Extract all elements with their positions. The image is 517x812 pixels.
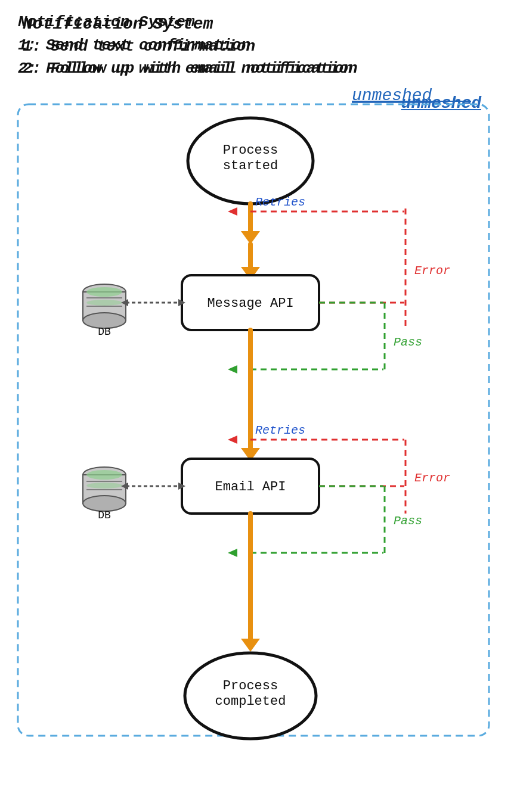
svg-point-13	[86, 287, 122, 297]
svg-point-45	[86, 470, 122, 480]
svg-text:Process: Process	[223, 679, 278, 693]
svg-text:Retries: Retries	[255, 424, 305, 437]
svg-text:Email API: Email API	[215, 480, 286, 494]
svg-text:Error: Error	[414, 471, 450, 485]
svg-text:Notification System: Notification System	[23, 15, 213, 33]
svg-text:DB: DB	[98, 509, 111, 521]
svg-text:DB: DB	[98, 326, 111, 338]
svg-marker-24	[228, 207, 237, 216]
svg-marker-37	[228, 435, 237, 444]
svg-text:2: Follow up with email notifi: 2: Follow up with email notification	[23, 60, 358, 77]
svg-text:Pass: Pass	[394, 335, 422, 349]
svg-point-14	[86, 300, 122, 306]
svg-text:1: Send text confirmation: 1: Send text confirmation	[23, 38, 255, 55]
svg-marker-30	[228, 365, 237, 374]
svg-text:started: started	[223, 158, 278, 173]
svg-text:Error: Error	[414, 264, 450, 278]
svg-text:Retries: Retries	[255, 195, 305, 209]
svg-marker-59	[241, 639, 260, 652]
svg-text:Pass: Pass	[394, 514, 422, 528]
svg-text:completed: completed	[215, 694, 286, 709]
svg-text:Process: Process	[223, 143, 278, 158]
svg-point-46	[86, 483, 122, 489]
svg-text:unmeshed: unmeshed	[352, 86, 432, 105]
svg-marker-56	[228, 549, 237, 557]
svg-text:Message API: Message API	[207, 296, 293, 311]
